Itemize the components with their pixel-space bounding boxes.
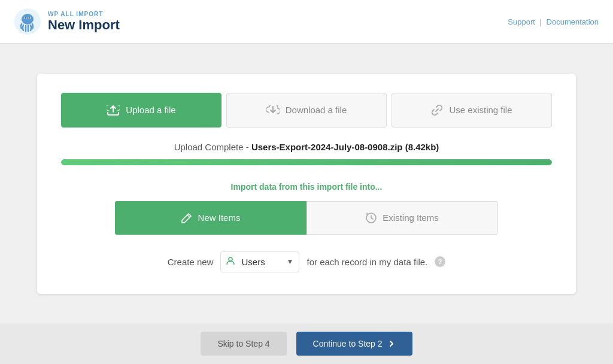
history-icon [366, 213, 377, 223]
skip-to-step-button[interactable]: Skip to Step 4 [201, 332, 286, 356]
tab-new-items[interactable]: New Items [115, 201, 306, 235]
create-prefix: Create new [168, 257, 214, 267]
svg-point-1 [22, 14, 34, 25]
support-link[interactable]: Support [508, 17, 535, 26]
tab-upload-label: Upload a file [126, 105, 175, 115]
upload-status: Upload Complete - Users-Export-2024-July… [61, 142, 552, 152]
tab-new-items-label: New Items [198, 213, 241, 223]
chevron-right-icon [387, 339, 396, 348]
download-cloud-icon [266, 105, 280, 116]
tab-existing-file[interactable]: Use existing file [392, 93, 552, 128]
link-separator: | [540, 17, 542, 26]
user-type-select[interactable]: Users Posts Pages Products Orders [220, 251, 299, 272]
top-links: Support | Documentation [508, 17, 599, 26]
svg-point-5 [29, 17, 31, 19]
import-type-tabs: New Items Existing Items [115, 201, 498, 235]
continue-button[interactable]: Continue to Step 2 [296, 332, 412, 356]
main-content: Upload a file Download a file Use existi… [0, 44, 613, 323]
svg-point-4 [25, 17, 26, 19]
link-icon [431, 104, 443, 116]
logo-icon [14, 8, 41, 35]
create-suffix: for each record in my data file. [306, 257, 427, 267]
bottom-bar: Skip to Step 4 Continue to Step 2 [0, 323, 613, 364]
upload-cloud-icon [107, 105, 120, 116]
progress-bar-wrap [61, 159, 552, 165]
pencil-icon [181, 213, 192, 223]
import-label: Import data from this import file into..… [61, 182, 552, 192]
tab-upload-file[interactable]: Upload a file [61, 93, 221, 128]
upload-status-prefix: Upload Complete - [174, 142, 251, 152]
user-select-wrap: Users Posts Pages Products Orders ▼ [220, 251, 299, 272]
tab-existing-items[interactable]: Existing Items [306, 201, 498, 235]
top-bar: WP ALL IMPORT New Import Support | Docum… [0, 0, 613, 44]
logo-area: WP ALL IMPORT New Import [14, 8, 120, 35]
help-icon[interactable]: ? [435, 256, 445, 267]
import-card: Upload a file Download a file Use existi… [37, 74, 576, 294]
tab-existing-items-label: Existing Items [383, 213, 438, 223]
tab-download-file[interactable]: Download a file [226, 93, 387, 128]
upload-filename: Users-Export-2024-July-08-0908.zip (8.42… [251, 142, 439, 152]
brand-sub: WP ALL IMPORT [48, 11, 120, 17]
tab-existing-label: Use existing file [449, 105, 512, 115]
continue-label: Continue to Step 2 [313, 339, 383, 348]
upload-tabs: Upload a file Download a file Use existi… [61, 93, 552, 128]
progress-bar-fill [61, 159, 552, 165]
docs-link[interactable]: Documentation [547, 17, 599, 26]
tab-download-label: Download a file [286, 105, 347, 115]
create-row: Create new Users Posts Pages Products Or… [61, 251, 552, 272]
brand-main: New Import [48, 17, 120, 33]
